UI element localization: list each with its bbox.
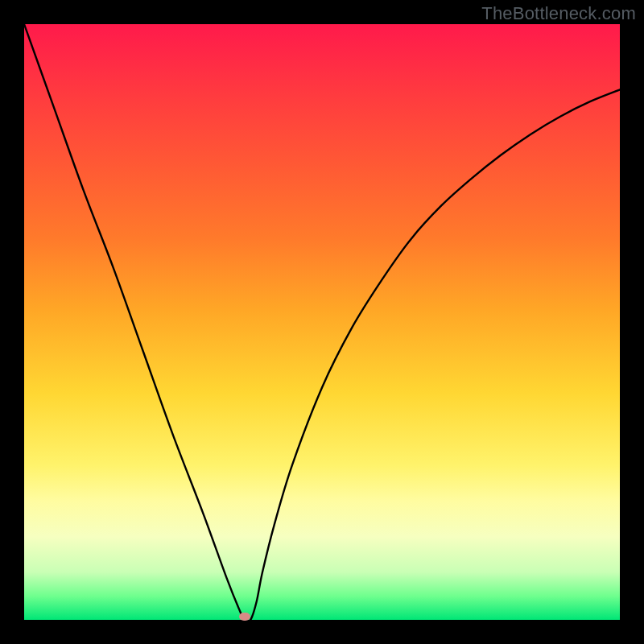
minimum-marker <box>239 613 250 621</box>
bottleneck-curve <box>24 24 620 620</box>
branding-watermark: TheBottleneck.com <box>481 3 636 24</box>
chart-frame: TheBottleneck.com <box>0 0 644 644</box>
plot-area <box>24 24 620 620</box>
